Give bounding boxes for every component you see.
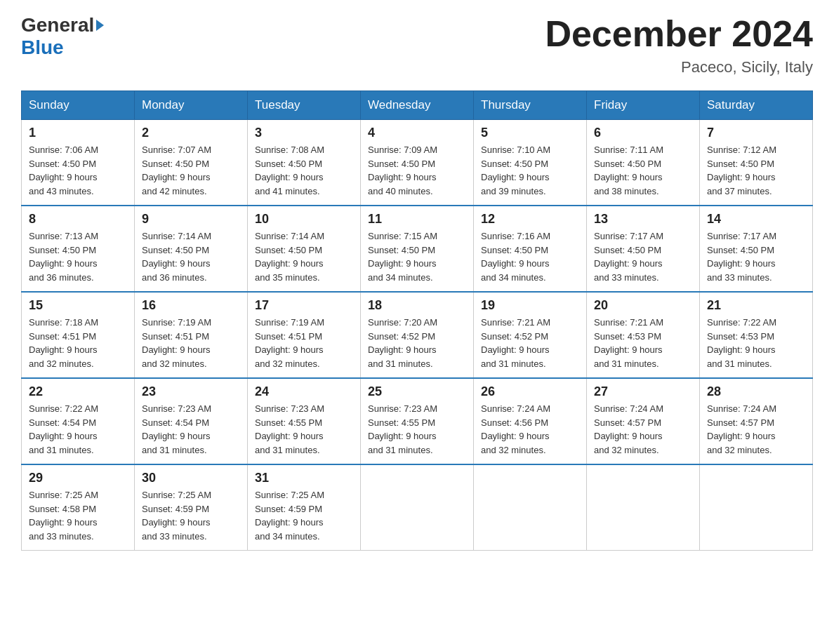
day-number: 20	[594, 298, 692, 313]
page-header: General Blue December 2024 Paceco, Sicil…	[21, 14, 813, 76]
table-row: 20 Sunrise: 7:21 AMSunset: 4:53 PMDaylig…	[587, 292, 700, 378]
day-number: 26	[481, 384, 579, 399]
logo-triangle-icon	[96, 20, 104, 31]
day-number: 16	[142, 298, 240, 313]
day-number: 10	[255, 212, 353, 227]
col-wednesday: Wednesday	[361, 91, 474, 120]
day-info: Sunrise: 7:20 AMSunset: 4:52 PMDaylight:…	[368, 317, 437, 369]
day-info: Sunrise: 7:12 AMSunset: 4:50 PMDaylight:…	[707, 145, 776, 196]
day-info: Sunrise: 7:08 AMSunset: 4:50 PMDaylight:…	[255, 145, 324, 196]
day-number: 23	[142, 384, 240, 399]
day-info: Sunrise: 7:24 AMSunset: 4:57 PMDaylight:…	[594, 403, 663, 455]
table-row: 3 Sunrise: 7:08 AMSunset: 4:50 PMDayligh…	[248, 120, 361, 206]
day-number: 28	[707, 384, 805, 399]
day-number: 14	[707, 212, 805, 227]
logo-general-text: General	[21, 14, 94, 36]
table-row: 19 Sunrise: 7:21 AMSunset: 4:52 PMDaylig…	[474, 292, 587, 378]
calendar-header-row: Sunday Monday Tuesday Wednesday Thursday…	[22, 91, 813, 120]
table-row: 11 Sunrise: 7:15 AMSunset: 4:50 PMDaylig…	[361, 206, 474, 292]
day-number: 12	[481, 212, 579, 227]
logo-blue-text: Blue	[21, 36, 64, 58]
calendar-week-row: 29 Sunrise: 7:25 AMSunset: 4:58 PMDaylig…	[22, 464, 813, 551]
day-info: Sunrise: 7:23 AMSunset: 4:54 PMDaylight:…	[142, 403, 211, 455]
day-number: 22	[29, 384, 127, 399]
col-friday: Friday	[587, 91, 700, 120]
table-row: 27 Sunrise: 7:24 AMSunset: 4:57 PMDaylig…	[587, 378, 700, 464]
day-info: Sunrise: 7:23 AMSunset: 4:55 PMDaylight:…	[255, 403, 324, 455]
table-row: 5 Sunrise: 7:10 AMSunset: 4:50 PMDayligh…	[474, 120, 587, 206]
day-info: Sunrise: 7:22 AMSunset: 4:54 PMDaylight:…	[29, 403, 98, 455]
day-number: 18	[368, 298, 466, 313]
calendar-week-row: 22 Sunrise: 7:22 AMSunset: 4:54 PMDaylig…	[22, 378, 813, 464]
col-thursday: Thursday	[474, 91, 587, 120]
day-info: Sunrise: 7:06 AMSunset: 4:50 PMDaylight:…	[29, 145, 98, 196]
day-info: Sunrise: 7:23 AMSunset: 4:55 PMDaylight:…	[368, 403, 437, 455]
day-number: 25	[368, 384, 466, 399]
table-row: 18 Sunrise: 7:20 AMSunset: 4:52 PMDaylig…	[361, 292, 474, 378]
day-number: 29	[29, 471, 127, 485]
table-row: 13 Sunrise: 7:17 AMSunset: 4:50 PMDaylig…	[587, 206, 700, 292]
table-row	[587, 464, 700, 551]
title-block: December 2024 Paceco, Sicily, Italy	[545, 14, 813, 76]
day-info: Sunrise: 7:14 AMSunset: 4:50 PMDaylight:…	[255, 231, 324, 283]
day-info: Sunrise: 7:16 AMSunset: 4:50 PMDaylight:…	[481, 231, 550, 283]
table-row	[700, 464, 813, 551]
table-row: 21 Sunrise: 7:22 AMSunset: 4:53 PMDaylig…	[700, 292, 813, 378]
day-info: Sunrise: 7:14 AMSunset: 4:50 PMDaylight:…	[142, 231, 211, 283]
table-row: 30 Sunrise: 7:25 AMSunset: 4:59 PMDaylig…	[135, 464, 248, 551]
table-row: 6 Sunrise: 7:11 AMSunset: 4:50 PMDayligh…	[587, 120, 700, 206]
day-info: Sunrise: 7:15 AMSunset: 4:50 PMDaylight:…	[368, 231, 437, 283]
day-number: 24	[255, 384, 353, 399]
table-row: 1 Sunrise: 7:06 AMSunset: 4:50 PMDayligh…	[22, 120, 135, 206]
day-info: Sunrise: 7:25 AMSunset: 4:59 PMDaylight:…	[142, 490, 211, 542]
table-row: 28 Sunrise: 7:24 AMSunset: 4:57 PMDaylig…	[700, 378, 813, 464]
day-info: Sunrise: 7:24 AMSunset: 4:57 PMDaylight:…	[707, 403, 776, 455]
day-number: 19	[481, 298, 579, 313]
day-info: Sunrise: 7:11 AMSunset: 4:50 PMDaylight:…	[594, 145, 663, 196]
day-number: 9	[142, 212, 240, 227]
table-row: 23 Sunrise: 7:23 AMSunset: 4:54 PMDaylig…	[135, 378, 248, 464]
table-row: 17 Sunrise: 7:19 AMSunset: 4:51 PMDaylig…	[248, 292, 361, 378]
day-number: 27	[594, 384, 692, 399]
day-number: 5	[481, 126, 579, 140]
table-row: 4 Sunrise: 7:09 AMSunset: 4:50 PMDayligh…	[361, 120, 474, 206]
day-number: 11	[368, 212, 466, 227]
day-number: 2	[142, 126, 240, 140]
day-number: 31	[255, 471, 353, 485]
calendar-week-row: 15 Sunrise: 7:18 AMSunset: 4:51 PMDaylig…	[22, 292, 813, 378]
table-row: 10 Sunrise: 7:14 AMSunset: 4:50 PMDaylig…	[248, 206, 361, 292]
calendar-week-row: 1 Sunrise: 7:06 AMSunset: 4:50 PMDayligh…	[22, 120, 813, 206]
calendar-table: Sunday Monday Tuesday Wednesday Thursday…	[21, 90, 813, 551]
table-row: 9 Sunrise: 7:14 AMSunset: 4:50 PMDayligh…	[135, 206, 248, 292]
day-info: Sunrise: 7:09 AMSunset: 4:50 PMDaylight:…	[368, 145, 437, 196]
day-number: 7	[707, 126, 805, 140]
table-row: 24 Sunrise: 7:23 AMSunset: 4:55 PMDaylig…	[248, 378, 361, 464]
table-row: 12 Sunrise: 7:16 AMSunset: 4:50 PMDaylig…	[474, 206, 587, 292]
day-info: Sunrise: 7:17 AMSunset: 4:50 PMDaylight:…	[707, 231, 776, 283]
table-row: 7 Sunrise: 7:12 AMSunset: 4:50 PMDayligh…	[700, 120, 813, 206]
day-info: Sunrise: 7:25 AMSunset: 4:59 PMDaylight:…	[255, 490, 324, 542]
table-row: 14 Sunrise: 7:17 AMSunset: 4:50 PMDaylig…	[700, 206, 813, 292]
table-row: 31 Sunrise: 7:25 AMSunset: 4:59 PMDaylig…	[248, 464, 361, 551]
day-info: Sunrise: 7:18 AMSunset: 4:51 PMDaylight:…	[29, 317, 98, 369]
day-number: 6	[594, 126, 692, 140]
day-info: Sunrise: 7:24 AMSunset: 4:56 PMDaylight:…	[481, 403, 550, 455]
table-row: 2 Sunrise: 7:07 AMSunset: 4:50 PMDayligh…	[135, 120, 248, 206]
table-row: 15 Sunrise: 7:18 AMSunset: 4:51 PMDaylig…	[22, 292, 135, 378]
table-row: 25 Sunrise: 7:23 AMSunset: 4:55 PMDaylig…	[361, 378, 474, 464]
col-saturday: Saturday	[700, 91, 813, 120]
day-number: 13	[594, 212, 692, 227]
table-row: 16 Sunrise: 7:19 AMSunset: 4:51 PMDaylig…	[135, 292, 248, 378]
table-row: 22 Sunrise: 7:22 AMSunset: 4:54 PMDaylig…	[22, 378, 135, 464]
table-row: 26 Sunrise: 7:24 AMSunset: 4:56 PMDaylig…	[474, 378, 587, 464]
table-row: 29 Sunrise: 7:25 AMSunset: 4:58 PMDaylig…	[22, 464, 135, 551]
day-number: 3	[255, 126, 353, 140]
day-number: 21	[707, 298, 805, 313]
day-number: 8	[29, 212, 127, 227]
day-number: 15	[29, 298, 127, 313]
day-info: Sunrise: 7:25 AMSunset: 4:58 PMDaylight:…	[29, 490, 98, 542]
col-tuesday: Tuesday	[248, 91, 361, 120]
calendar-title: December 2024	[545, 14, 813, 54]
table-row: 8 Sunrise: 7:13 AMSunset: 4:50 PMDayligh…	[22, 206, 135, 292]
day-number: 30	[142, 471, 240, 485]
